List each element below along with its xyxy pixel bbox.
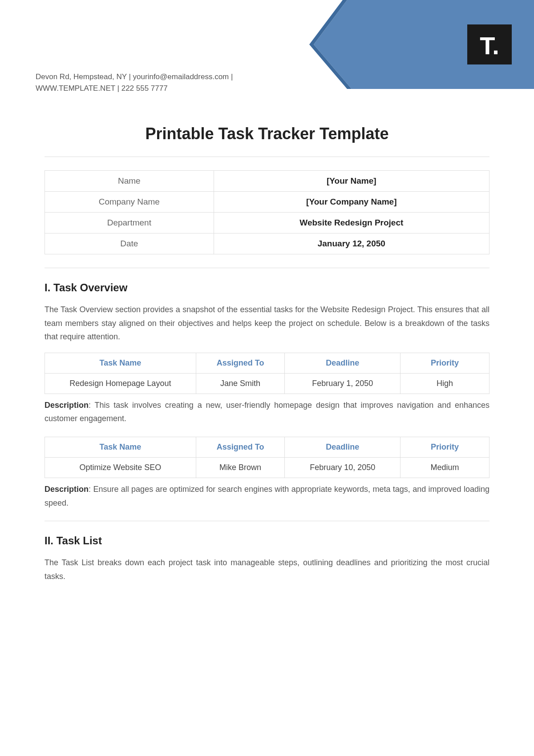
divider (44, 157, 490, 157)
task-header-row: Task Name Assigned To Deadline Priority (45, 437, 490, 457)
info-label: Name (45, 171, 214, 192)
task-deadline: February 10, 2050 (285, 457, 400, 478)
task-row: Optimize Website SEO Mike Brown February… (45, 457, 490, 478)
info-row: Department Website Redesign Project (45, 213, 490, 233)
col-task-name: Task Name (45, 437, 196, 457)
task-description: Description: This task involves creating… (44, 398, 490, 426)
info-label: Department (45, 213, 214, 233)
document-content: Printable Task Tracker Template Name [Yo… (0, 98, 534, 610)
col-deadline: Deadline (285, 437, 400, 457)
description-label: Description (44, 485, 89, 494)
col-priority: Priority (400, 437, 490, 457)
section-body-task-list: The Task List breaks down each project t… (44, 556, 490, 583)
section-heading-overview: I. Task Overview (44, 281, 490, 294)
section-body-overview: The Task Overview section provides a sna… (44, 303, 490, 344)
info-label: Date (45, 233, 214, 254)
divider (44, 268, 490, 268)
task-name: Optimize Website SEO (45, 457, 196, 478)
info-value: January 12, 2050 (214, 233, 489, 254)
description-text: : Ensure all pages are optimized for sea… (44, 485, 490, 507)
contact-line-2: WWW.TEMPLATE.NET | 222 555 7777 (36, 83, 233, 94)
task-assigned: Mike Brown (196, 457, 285, 478)
task-row: Redesign Homepage Layout Jane Smith Febr… (45, 373, 490, 394)
info-row: Date January 12, 2050 (45, 233, 490, 254)
task-assigned: Jane Smith (196, 373, 285, 394)
svg-text:T.: T. (480, 32, 499, 60)
col-task-name: Task Name (45, 353, 196, 373)
task-description: Description: Ensure all pages are optimi… (44, 483, 490, 510)
col-assigned-to: Assigned To (196, 437, 285, 457)
task-header-row: Task Name Assigned To Deadline Priority (45, 353, 490, 373)
page-title: Printable Task Tracker Template (44, 125, 490, 143)
header-area: T. Devon Rd, Hempstead, NY | yourinfo@em… (0, 0, 534, 98)
info-table: Name [Your Name] Company Name [Your Comp… (44, 170, 490, 254)
divider (44, 521, 490, 521)
header-banner: T. (294, 0, 534, 93)
info-label: Company Name (45, 192, 214, 213)
task-priority: High (400, 373, 490, 394)
info-row: Name [Your Name] (45, 171, 490, 192)
info-value: [Your Name] (214, 171, 489, 192)
section-heading-task-list: II. Task List (44, 535, 490, 547)
contact-line-1: Devon Rd, Hempstead, NY | yourinfo@email… (36, 71, 233, 83)
description-label: Description (44, 401, 89, 410)
col-assigned-to: Assigned To (196, 353, 285, 373)
task-deadline: February 1, 2050 (285, 373, 400, 394)
task-priority: Medium (400, 457, 490, 478)
info-value: Website Redesign Project (214, 213, 489, 233)
info-row: Company Name [Your Company Name] (45, 192, 490, 213)
col-priority: Priority (400, 353, 490, 373)
col-deadline: Deadline (285, 353, 400, 373)
task-table: Task Name Assigned To Deadline Priority … (44, 437, 490, 478)
task-table: Task Name Assigned To Deadline Priority … (44, 353, 490, 394)
task-name: Redesign Homepage Layout (45, 373, 196, 394)
contact-info: Devon Rd, Hempstead, NY | yourinfo@email… (36, 71, 233, 94)
description-text: : This task involves creating a new, use… (44, 401, 490, 423)
info-value: [Your Company Name] (214, 192, 489, 213)
